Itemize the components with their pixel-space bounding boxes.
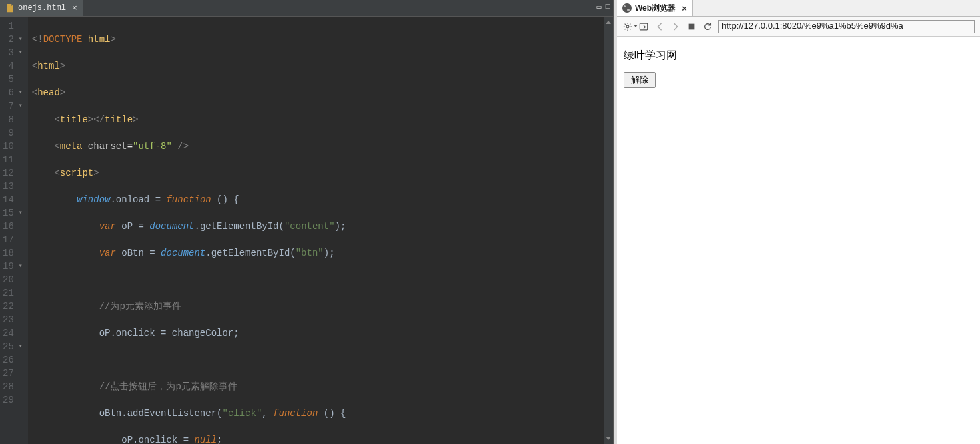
svg-rect-2 bbox=[689, 23, 695, 29]
refresh-icon[interactable] bbox=[702, 21, 713, 32]
file-icon bbox=[5, 3, 15, 13]
back-icon[interactable] bbox=[654, 21, 665, 32]
editor-tab-onejs[interactable]: onejs.html × bbox=[0, 0, 83, 16]
editor-body[interactable]: 1 2▾ 3▾ 4 5 6▾ 7▾ 8 9 10 11 12 13 14 15▾… bbox=[0, 17, 613, 444]
browser-tab[interactable]: Web浏览器 × bbox=[617, 0, 693, 16]
close-icon[interactable]: × bbox=[679, 3, 687, 13]
code-area[interactable]: <!DOCTYPE html> <html> <head> <title></t… bbox=[28, 17, 604, 444]
restore-icon[interactable]: □ bbox=[606, 2, 610, 12]
svg-point-0 bbox=[626, 25, 629, 28]
minimize-icon[interactable]: ▭ bbox=[597, 2, 602, 12]
chevron-down-icon bbox=[634, 25, 638, 27]
browser-pane: Web浏览器 × http://127.0.0.1:8020/%e9%a1%b5… bbox=[617, 0, 980, 444]
stop-icon[interactable] bbox=[686, 21, 697, 32]
globe-icon bbox=[622, 3, 632, 13]
editor-tab-label: onejs.html bbox=[18, 3, 66, 13]
url-input[interactable]: http://127.0.0.1:8020/%e9%a1%b5%e9%9d%a bbox=[718, 20, 975, 33]
tabbar-actions: ▭ □ bbox=[597, 2, 610, 12]
go-to-url-icon[interactable] bbox=[638, 21, 649, 32]
forward-icon[interactable] bbox=[670, 21, 681, 32]
editor-scrollbar[interactable] bbox=[604, 17, 613, 444]
browser-tab-label: Web浏览器 bbox=[635, 3, 676, 14]
browser-toolbar: http://127.0.0.1:8020/%e9%a1%b5%e9%9d%a bbox=[617, 17, 980, 37]
browser-content: 绿叶学习网 解除 bbox=[617, 37, 980, 444]
editor-gutter: 1 2▾ 3▾ 4 5 6▾ 7▾ 8 9 10 11 12 13 14 15▾… bbox=[0, 17, 28, 444]
editor-pane: onejs.html × ▭ □ 1 2▾ 3▾ 4 5 6▾ 7▾ 8 9 1… bbox=[0, 0, 614, 444]
svg-rect-1 bbox=[640, 23, 647, 30]
browser-tabbar: Web浏览器 × bbox=[617, 0, 980, 17]
remove-button[interactable]: 解除 bbox=[624, 72, 656, 88]
gear-icon[interactable] bbox=[622, 21, 633, 32]
editor-tabbar: onejs.html × ▭ □ bbox=[0, 0, 613, 17]
content-paragraph[interactable]: 绿叶学习网 bbox=[624, 49, 973, 63]
close-icon[interactable]: × bbox=[69, 3, 77, 13]
